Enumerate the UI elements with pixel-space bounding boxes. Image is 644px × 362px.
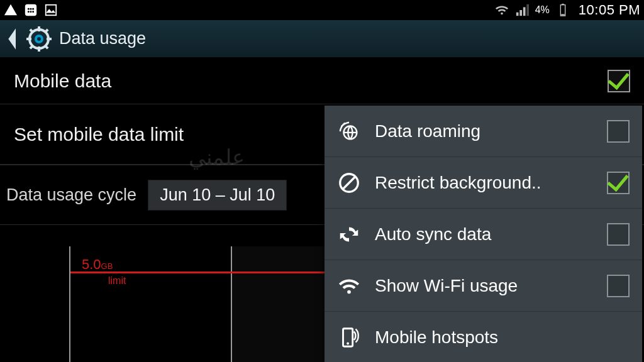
svg-rect-19: [47, 38, 52, 40]
menu-item-mobile-hotspots[interactable]: Mobile hotspots: [325, 312, 642, 362]
restrict-background-checkbox[interactable]: [607, 172, 630, 194]
svg-rect-13: [562, 4, 564, 5]
svg-rect-14: [561, 14, 565, 15]
row-mobile-data[interactable]: Mobile data: [0, 58, 644, 104]
hotspot-icon: [337, 326, 361, 349]
warning-icon: [4, 3, 18, 17]
settings-icon[interactable]: [26, 26, 52, 52]
overflow-menu: Data roaming Restrict background.. Auto …: [325, 106, 642, 362]
data-roaming-checkbox[interactable]: [607, 120, 630, 143]
svg-rect-9: [519, 10, 522, 16]
svg-point-30: [347, 343, 349, 345]
set-limit-label: Set mobile data limit: [14, 124, 184, 145]
menu-item-auto-sync[interactable]: Auto sync data: [325, 209, 642, 260]
menu-item-restrict-background[interactable]: Restrict background..: [325, 157, 642, 209]
status-bar: 4% 10:05 PM: [0, 0, 644, 20]
wifi-usage-checkbox[interactable]: [607, 275, 630, 297]
page-title: Data usage: [59, 29, 146, 48]
svg-point-3: [32, 8, 34, 10]
menu-label: Mobile hotspots: [375, 327, 630, 348]
svg-line-28: [343, 176, 356, 189]
sync-icon: [337, 222, 361, 246]
cycle-range-button[interactable]: Jun 10 – Jul 10: [148, 180, 287, 211]
cycle-label: Data usage cycle: [6, 185, 136, 205]
svg-rect-8: [516, 13, 519, 16]
svg-point-4: [28, 11, 30, 13]
svg-rect-11: [526, 4, 529, 16]
menu-label: Auto sync data: [375, 224, 593, 244]
svg-rect-16: [38, 26, 40, 31]
chart-limit-value: 5.0GB: [82, 256, 113, 273]
wifi-icon: [337, 274, 361, 298]
clock: 10:05 PM: [579, 2, 640, 18]
bbm-icon: [24, 3, 38, 17]
mobile-data-label: Mobile data: [14, 70, 111, 92]
wifi-icon: [495, 3, 509, 17]
mobile-data-checkbox[interactable]: [608, 70, 630, 92]
menu-label: Data roaming: [375, 121, 593, 141]
globe-icon: [337, 119, 361, 143]
auto-sync-checkbox[interactable]: [607, 223, 630, 246]
svg-rect-18: [26, 38, 31, 40]
menu-item-data-roaming[interactable]: Data roaming: [325, 106, 642, 157]
menu-item-wifi-usage[interactable]: Show Wi-Fi usage: [325, 260, 642, 312]
signal-icon: [515, 3, 529, 17]
svg-rect-17: [38, 47, 40, 52]
battery-percent: 4%: [535, 4, 550, 16]
svg-rect-7: [46, 5, 57, 16]
no-entry-icon: [337, 171, 361, 195]
back-button[interactable]: [6, 26, 19, 52]
screenshot-icon: [44, 3, 58, 17]
menu-label: Restrict background..: [375, 173, 593, 193]
svg-point-5: [30, 11, 32, 13]
svg-point-2: [30, 8, 32, 10]
action-bar: Data usage: [0, 20, 644, 58]
chart-limit-word: limit: [108, 275, 126, 287]
svg-point-6: [32, 11, 34, 13]
svg-rect-0: [25, 4, 36, 16]
svg-point-25: [37, 37, 41, 41]
chart-range-start-handle[interactable]: [231, 246, 232, 362]
svg-rect-10: [523, 7, 526, 16]
battery-icon: [556, 3, 570, 17]
menu-label: Show Wi-Fi usage: [375, 276, 593, 296]
svg-point-1: [28, 8, 30, 10]
